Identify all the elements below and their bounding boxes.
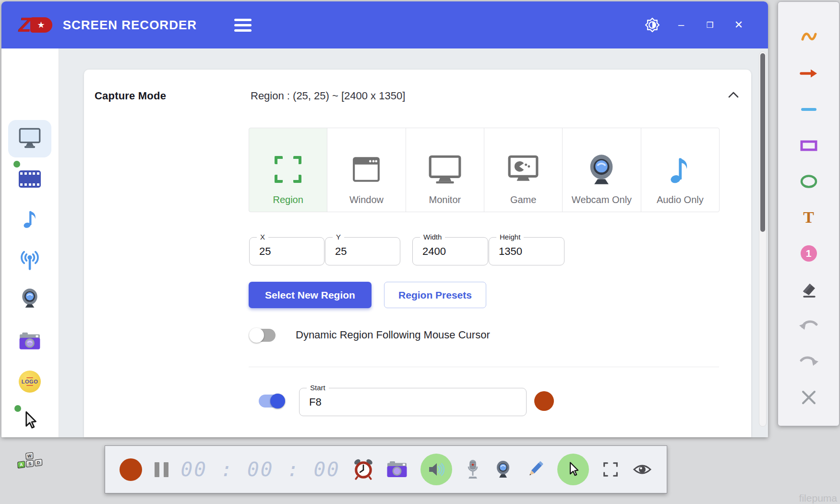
- start-hotkey-label: Start: [307, 384, 329, 392]
- dynamic-region-row: Dynamic Region Following Mouse Cursor: [251, 322, 490, 348]
- region-icon: [275, 149, 301, 190]
- green-badge: [13, 161, 20, 168]
- schedule-button[interactable]: [353, 458, 374, 480]
- mode-tile-game[interactable]: Game: [484, 128, 563, 212]
- y-input[interactable]: [325, 238, 400, 265]
- squiggle-icon: [799, 28, 818, 47]
- main-window: Z ★ SCREEN RECORDER – ❒ ✕: [1, 1, 768, 437]
- sidebar-item-audio[interactable]: [12, 201, 47, 236]
- maximize-button[interactable]: ❒: [703, 18, 717, 32]
- number-badge-tool[interactable]: 1: [798, 243, 819, 264]
- scrollbar-thumb[interactable]: [760, 53, 765, 232]
- recording-timer: 00 : 00 : 00: [181, 458, 340, 481]
- sidebar-item-logo-watermark[interactable]: LOGO: [12, 364, 47, 399]
- height-field-label: Height: [496, 233, 524, 241]
- dynamic-region-toggle[interactable]: [251, 329, 276, 342]
- speaker-button[interactable]: [420, 454, 452, 485]
- capture-mode-tiles: Region Window: [249, 128, 720, 212]
- mode-label: Window: [349, 194, 384, 205]
- window-icon: [351, 149, 381, 190]
- mode-tile-webcam-only[interactable]: Webcam Only: [562, 128, 641, 212]
- region-presets-button[interactable]: Region Presets: [384, 282, 486, 308]
- eye-icon: [632, 460, 652, 479]
- brightness-icon: [645, 18, 660, 32]
- music-note-icon: [20, 207, 39, 229]
- sidebar-item-screen-capture[interactable]: [12, 121, 47, 156]
- webcam-button[interactable]: [493, 459, 513, 480]
- close-button[interactable]: ✕: [732, 18, 746, 32]
- frame-brackets-icon: [601, 460, 620, 479]
- width-input[interactable]: [413, 238, 488, 265]
- dynamic-region-label: Dynamic Region Following Mouse Cursor: [296, 329, 490, 341]
- menu-icon[interactable]: [234, 19, 252, 32]
- annotate-button[interactable]: [525, 459, 545, 480]
- x-input[interactable]: [250, 238, 324, 265]
- microphone-button[interactable]: [465, 458, 481, 480]
- hotkey-record-indicator[interactable]: [534, 391, 554, 411]
- line-tool[interactable]: [798, 99, 819, 120]
- section-title: Capture Mode: [95, 90, 166, 102]
- start-hotkey-toggle[interactable]: [259, 395, 284, 408]
- sidebar-item-cursor-effects[interactable]: [12, 403, 47, 438]
- wasd-keys-icon: W A S D: [16, 451, 43, 472]
- width-field: Width: [412, 237, 488, 265]
- minimize-button[interactable]: –: [674, 18, 688, 32]
- pencil-icon: [525, 459, 545, 480]
- record-button[interactable]: [120, 458, 142, 481]
- webcam-icon: [19, 287, 41, 309]
- titlebar: Z ★ SCREEN RECORDER – ❒ ✕: [1, 1, 768, 48]
- sidebar-item-webcam[interactable]: [12, 281, 47, 315]
- mode-label: Webcam Only: [572, 194, 632, 205]
- camera-icon: [18, 331, 41, 351]
- text-tool[interactable]: T: [798, 207, 819, 228]
- y-field: Y: [325, 237, 400, 265]
- sidebar-item-keystroke-display[interactable]: W A S D: [12, 444, 47, 479]
- cursor-highlight-button[interactable]: [557, 454, 589, 485]
- preview-button[interactable]: [632, 460, 652, 479]
- pause-icon: [155, 462, 168, 477]
- game-icon: [507, 149, 540, 190]
- scrollbar-track[interactable]: [759, 51, 767, 427]
- sidebar-item-screenshot[interactable]: [12, 324, 47, 359]
- speaker-icon: [427, 460, 446, 479]
- height-field: Height: [489, 237, 564, 265]
- x-field-label: X: [257, 233, 268, 241]
- mode-tile-audio-only[interactable]: Audio Only: [641, 128, 720, 212]
- mode-tile-region[interactable]: Region: [249, 128, 327, 212]
- recording-toolbar: 00 : 00 : 00: [105, 445, 667, 493]
- capture-summary: Region : (25, 25) ~ [2400 x 1350]: [251, 90, 405, 102]
- close-annotation-tool[interactable]: [798, 387, 819, 408]
- mode-label: Region: [273, 194, 303, 205]
- arrow-icon: [799, 64, 818, 83]
- pause-button[interactable]: [155, 462, 168, 477]
- monitor-icon: [428, 149, 462, 190]
- region-frame-button[interactable]: [601, 460, 620, 479]
- freehand-tool[interactable]: [798, 27, 819, 48]
- start-hotkey-input[interactable]: [300, 388, 526, 416]
- monitor-icon: [18, 128, 41, 149]
- cursor-icon: [565, 460, 581, 479]
- hotkey-row: Start: [84, 388, 751, 414]
- redo-tool[interactable]: [798, 351, 819, 372]
- logo-badge-text: LOGO: [22, 379, 38, 384]
- height-input[interactable]: [489, 238, 564, 265]
- select-new-region-button[interactable]: Select New Region: [249, 282, 372, 308]
- mode-tile-monitor[interactable]: Monitor: [406, 128, 484, 212]
- arrow-tool[interactable]: [798, 63, 819, 84]
- theme-toggle-icon[interactable]: [645, 18, 660, 32]
- logo-badge-icon: LOGO: [19, 371, 41, 393]
- ellipse-tool[interactable]: [798, 171, 819, 192]
- undo-tool[interactable]: [798, 315, 819, 336]
- mode-tile-window[interactable]: Window: [327, 128, 406, 212]
- mode-label: Game: [510, 194, 536, 205]
- screenshot-button[interactable]: [386, 460, 408, 479]
- sidebar-item-video-library[interactable]: [12, 162, 47, 196]
- sidebar-item-broadcast[interactable]: [12, 243, 47, 278]
- x-field: X: [249, 237, 324, 265]
- collapse-chevron-icon[interactable]: [727, 91, 740, 100]
- alarm-clock-icon: [353, 458, 374, 480]
- eraser-tool[interactable]: [798, 279, 819, 300]
- brand-star-icon: ★: [30, 17, 52, 33]
- rectangle-tool[interactable]: [798, 135, 819, 156]
- brand-z-letter: Z: [19, 15, 31, 35]
